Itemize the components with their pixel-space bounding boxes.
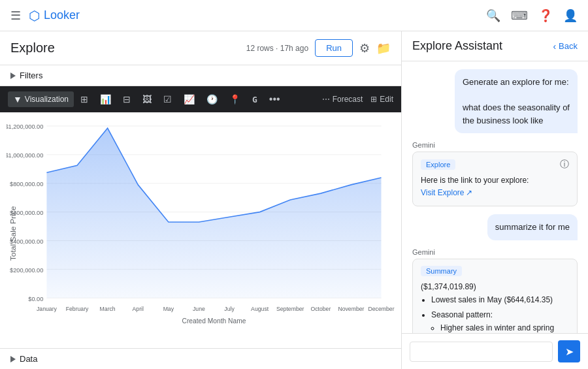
area-chart: Total Sale Price $1,200,000.00 $1,000,00… — [7, 119, 395, 348]
account-icon[interactable]: 👤 — [563, 8, 578, 23]
pin-icon-tab[interactable]: 📍 — [224, 91, 246, 107]
svg-text:January: January — [37, 306, 57, 312]
svg-text:March: March — [100, 306, 116, 312]
line-icon-tab[interactable]: 📈 — [178, 91, 200, 107]
table-icon-tab[interactable]: ⊞ — [75, 91, 93, 107]
summary-text: ($1,374,019.89) Lowest sales in May ($64… — [421, 280, 569, 333]
svg-text:August: August — [251, 306, 269, 312]
looker-logo: ⬡ Looker — [29, 8, 80, 24]
explore-header-right: 12 rows · 17h ago Run ⚙ 📁 — [246, 39, 391, 57]
assistant-title: Explore Assistant — [412, 39, 502, 53]
run-button[interactable]: Run — [315, 39, 353, 57]
gemini-card-body-1: Here is the link to your explore: Visit … — [421, 174, 569, 199]
viz-toolbar-left: ▼ Visualization ⊞ 📊 ⊟ 🖼 ☑ 📈 🕐 📍 G ••• — [8, 91, 319, 108]
chart-area: Total Sale Price $1,200,000.00 $1,000,00… — [0, 112, 401, 348]
svg-text:December: December — [368, 306, 394, 312]
data-label: Data — [20, 354, 37, 364]
gemini-label-1: Gemini — [412, 141, 578, 149]
rows-info: 12 rows · 17h ago — [246, 44, 308, 53]
more-icon: ••• — [269, 93, 280, 105]
check-icon-tab[interactable]: ☑ — [158, 91, 177, 107]
svg-text:$0.00: $0.00 — [28, 295, 43, 302]
bar-chart-icon: 📊 — [100, 94, 111, 104]
user-message-2: summarize it for me — [487, 214, 578, 240]
image-icon-tab[interactable]: 🖼 — [137, 91, 157, 107]
edit-icon: ⊞ — [370, 95, 377, 104]
svg-text:November: November — [338, 306, 364, 312]
svg-marker-15 — [46, 128, 381, 298]
down-arrow-icon: ▼ — [13, 94, 22, 104]
explore-badge: Explore — [421, 159, 455, 170]
top-nav: ☰ ⬡ Looker 🔍 ⌨ ❓ 👤 — [0, 0, 588, 31]
visit-explore-link[interactable]: Visit Explore ↗ — [421, 187, 569, 199]
explore-header: Explore 12 rows · 17h ago Run ⚙ 📁 — [0, 31, 401, 65]
svg-text:May: May — [163, 306, 174, 312]
edit-label: Edit — [380, 95, 393, 104]
table-icon: ⊞ — [80, 94, 88, 104]
gemini-card-header-1: Explore ⓘ — [421, 159, 569, 170]
main-layout: Explore 12 rows · 17h ago Run ⚙ 📁 Filter… — [0, 31, 588, 369]
user-message-1: Generate an explore for me: what does th… — [455, 69, 578, 133]
filters-toggle[interactable]: Filters — [10, 71, 42, 80]
svg-text:$600,000.00: $600,000.00 — [10, 209, 43, 216]
gemini-response-1: Gemini Explore ⓘ Here is the link to you… — [412, 141, 578, 206]
triangle-icon — [10, 72, 16, 79]
back-label: Back — [559, 41, 578, 51]
pin-icon: 📍 — [229, 94, 240, 104]
svg-text:July: July — [224, 306, 235, 312]
svg-text:$200,000.00: $200,000.00 — [10, 266, 43, 273]
filters-label: Filters — [20, 71, 42, 80]
svg-text:$400,000.00: $400,000.00 — [10, 238, 43, 245]
menu-icon[interactable]: ☰ — [10, 8, 21, 23]
svg-text:$1,000,000.00: $1,000,000.00 — [7, 152, 43, 159]
svg-text:$1,200,000.00: $1,200,000.00 — [7, 123, 43, 130]
svg-text:June: June — [193, 306, 205, 312]
info-icon-1[interactable]: ⓘ — [560, 159, 569, 170]
svg-text:February: February — [66, 306, 89, 312]
settings-icon[interactable]: ⚙ — [359, 41, 370, 56]
svg-text:April: April — [133, 306, 144, 312]
data-triangle-icon — [10, 356, 16, 362]
svg-text:Created Month Name: Created Month Name — [182, 316, 246, 324]
back-link[interactable]: ‹ Back — [553, 41, 578, 52]
assistant-panel: Explore Assistant ‹ Back Generate an exp… — [402, 31, 588, 369]
filters-bar: Filters — [0, 65, 401, 86]
gemini-card-1: Explore ⓘ Here is the link to your explo… — [412, 152, 578, 206]
data-bar[interactable]: Data — [0, 348, 401, 369]
g-icon-tab[interactable]: G — [247, 92, 263, 107]
forecast-icon: ⋯ — [322, 95, 330, 104]
gemini-card-2: Summary ($1,374,019.89) Lowest sales in … — [412, 259, 578, 333]
image-icon: 🖼 — [142, 94, 152, 104]
visualization-tab[interactable]: ▼ Visualization — [8, 91, 74, 107]
nav-right: 🔍 ⌨ ❓ 👤 — [486, 8, 578, 23]
grid-icon-tab[interactable]: ⊟ — [118, 91, 136, 107]
nav-left: ☰ ⬡ Looker — [10, 8, 80, 24]
chevron-left-icon: ‹ — [553, 41, 556, 52]
send-icon: ➤ — [565, 345, 574, 358]
clock-icon-tab[interactable]: 🕐 — [201, 91, 223, 107]
forecast-button[interactable]: ⋯ Forecast — [322, 95, 363, 104]
send-button[interactable]: ➤ — [558, 340, 580, 362]
gemini-response-2: Gemini Summary ($1,374,019.89) Lowest sa… — [412, 248, 578, 333]
data-toggle: Data — [10, 354, 37, 364]
gemini-label-2: Gemini — [412, 248, 578, 256]
line-chart-icon: 📈 — [184, 94, 195, 104]
svg-text:October: October — [310, 306, 331, 312]
forecast-label: Forecast — [333, 95, 363, 104]
svg-text:$800,000.00: $800,000.00 — [10, 180, 43, 187]
search-icon[interactable]: 🔍 — [486, 8, 500, 23]
keyboard-icon[interactable]: ⌨ — [511, 8, 528, 23]
svg-text:September: September — [276, 306, 304, 312]
explore-title: Explore — [10, 40, 55, 56]
bar-icon-tab[interactable]: 📊 — [95, 91, 116, 107]
folder-icon[interactable]: 📁 — [376, 41, 391, 56]
edit-button[interactable]: ⊞ Edit — [370, 95, 393, 104]
more-icon-tab[interactable]: ••• — [264, 91, 286, 108]
gemini-card-header-2: Summary — [421, 266, 569, 276]
grid-icon: ⊟ — [123, 94, 131, 104]
chat-input[interactable] — [410, 342, 553, 362]
viz-tab-label: Visualization — [25, 95, 69, 104]
clock-icon: 🕐 — [206, 94, 218, 104]
assistant-header: Explore Assistant ‹ Back — [402, 31, 588, 61]
help-icon[interactable]: ❓ — [538, 8, 553, 23]
